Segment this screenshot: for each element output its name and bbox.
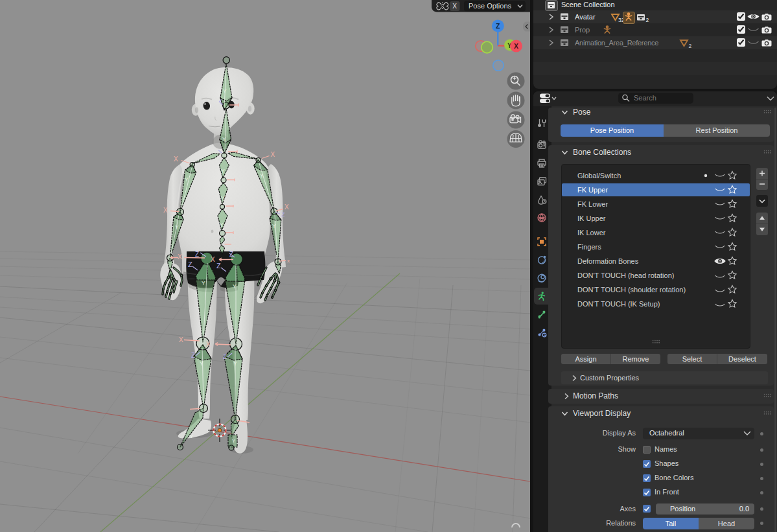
svg-text:X: X	[178, 253, 182, 260]
svg-text:Y: Y	[221, 195, 225, 202]
svg-text:X: X	[206, 341, 211, 348]
svg-text:X: X	[174, 156, 178, 163]
svg-text:Y: Y	[190, 434, 193, 439]
svg-text:Y: Y	[200, 360, 203, 367]
svg-text:Y: Y	[233, 360, 237, 367]
svg-text:Y: Y	[202, 280, 205, 286]
svg-text:Y: Y	[175, 224, 179, 231]
svg-text:X: X	[452, 3, 457, 10]
svg-text:Z: Z	[229, 251, 233, 258]
svg-text:X: X	[271, 151, 275, 158]
svg-text:Y: Y	[220, 222, 224, 228]
svg-text:Z: Z	[281, 211, 285, 218]
svg-text:Y: Y	[232, 438, 235, 444]
svg-text:Y: Y	[223, 88, 227, 95]
svg-text:Z: Z	[191, 352, 195, 359]
svg-text:Z: Z	[216, 262, 221, 270]
svg-text:Y: Y	[222, 136, 226, 143]
svg-text:Z: Z	[188, 260, 192, 268]
svg-text:Y: Y	[185, 176, 189, 183]
svg-text:2: 2	[689, 43, 692, 49]
svg-text:X: X	[163, 207, 168, 214]
svg-text:Y: Y	[221, 168, 225, 174]
svg-text:Pose Options: Pose Options	[469, 2, 512, 10]
svg-text:x: x	[287, 258, 290, 264]
svg-text:Z: Z	[195, 251, 199, 258]
svg-text:Z: Z	[496, 22, 500, 30]
svg-text:Y: Y	[260, 172, 264, 179]
svg-text:Z: Z	[223, 353, 227, 360]
svg-text:Y: Y	[272, 223, 276, 229]
svg-text:X: X	[514, 42, 518, 50]
svg-text:X: X	[211, 256, 215, 263]
svg-text:X: X	[284, 203, 289, 211]
svg-text:Y: Y	[233, 283, 237, 290]
svg-text:X: X	[179, 336, 183, 343]
svg-text:2: 2	[646, 17, 649, 23]
